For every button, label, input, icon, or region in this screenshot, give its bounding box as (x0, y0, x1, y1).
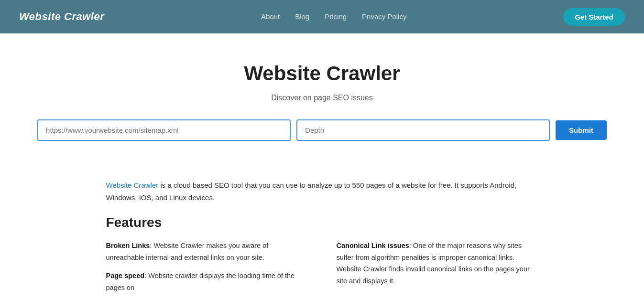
features-grid: Broken Links: Website Crawler makes you … (106, 240, 538, 300)
nav-item-blog[interactable]: Blog (295, 12, 309, 21)
feature-broken-links-heading: Broken Links (106, 242, 150, 249)
url-input[interactable] (37, 119, 291, 141)
feature-canonical-heading: Canonical Link issues (337, 242, 409, 249)
feature-page-speed: Page speed: Website crawler displays the… (106, 270, 308, 293)
submit-button[interactable]: Submit (556, 120, 607, 140)
features-section: Features Broken Links: Website Crawler m… (50, 215, 595, 300)
feature-canonical: Canonical Link issues: One of the major … (337, 240, 538, 287)
nav-item-about[interactable]: About (261, 12, 280, 21)
features-title: Features (106, 215, 538, 230)
hero-subtitle: Discover on page SEO issues (19, 94, 625, 102)
nav-item-privacy[interactable]: Privacy Policy (362, 12, 406, 21)
navbar: Website Crawler About Blog Pricing Priva… (0, 0, 644, 33)
nav-link-blog[interactable]: Blog (295, 12, 309, 21)
hero-title: Website Crawler (19, 62, 625, 85)
nav-link-about[interactable]: About (261, 12, 280, 21)
features-left: Broken Links: Website Crawler makes you … (106, 240, 308, 300)
nav-logo[interactable]: Website Crawler (19, 11, 104, 23)
feature-page-speed-heading: Page speed (106, 272, 145, 279)
description-block: Website Crawler is a cloud based SEO too… (50, 179, 595, 215)
nav-item-pricing[interactable]: Pricing (325, 12, 347, 21)
depth-input[interactable] (296, 119, 550, 141)
hero-section: Website Crawler Discover on page SEO iss… (0, 33, 644, 179)
features-right: Canonical Link issues: One of the major … (337, 240, 538, 300)
feature-broken-links: Broken Links: Website Crawler makes you … (106, 240, 308, 263)
description-text: is a cloud based SEO tool that you can u… (106, 181, 517, 202)
get-started-button[interactable]: Get Started (563, 8, 625, 26)
description-link[interactable]: Website Crawler (106, 181, 159, 189)
nav-link-privacy[interactable]: Privacy Policy (362, 12, 406, 21)
nav-link-pricing[interactable]: Pricing (325, 12, 347, 21)
crawler-form: Submit (19, 119, 625, 141)
nav-links: About Blog Pricing Privacy Policy (261, 12, 406, 21)
